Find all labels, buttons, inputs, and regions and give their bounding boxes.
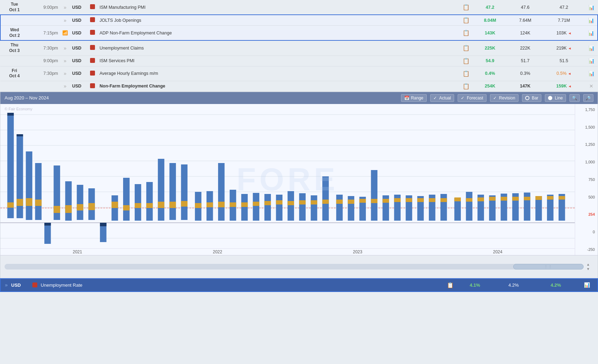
y-label-0: 0 [593,230,595,234]
svg-rect-21 [44,223,51,226]
time-cell: 7:30pm [28,66,60,81]
range-button[interactable]: 📅 Range [401,94,426,102]
svg-rect-17 [26,198,32,206]
svg-rect-67 [311,200,317,204]
actual-value: 47.2 [472,0,508,15]
date-cell [0,56,28,66]
currency-cell: USD [70,66,88,81]
svg-rect-25 [65,205,71,213]
svg-rect-45 [181,201,187,207]
svg-rect-23 [53,206,60,213]
date-cell [0,81,28,91]
svg-rect-65 [299,200,305,204]
svg-rect-49 [206,202,213,207]
scrollbar-thumb[interactable]: ⋮⋮ [513,264,584,269]
sound-icon: » [60,66,70,81]
time-cell [28,81,60,91]
line-button[interactable]: Line [545,94,566,102]
forecast-value: 222K [508,40,543,56]
bottom-chart-icon[interactable]: 📊 [580,282,593,288]
svg-rect-42 [170,163,176,220]
scrollbar-arrows[interactable]: ▲ ▼ [586,262,593,271]
table-row: FriOct 4 7:30pm » USD Average Hourly Ear… [0,66,598,81]
actual-value: 143K [472,26,508,41]
scroll-down-arrow[interactable]: ▼ [586,267,593,271]
clipboard-icon[interactable]: 📋 [460,15,472,26]
svg-rect-14 [17,134,23,136]
clipboard-icon[interactable]: 📋 [460,81,472,91]
zoom-button[interactable]: 🔎 [583,94,593,102]
clipboard-icon[interactable]: 📋 [460,66,472,81]
mini-chart-button[interactable]: 📊 [585,15,598,26]
scrollbar-grip: ⋮⋮ [544,265,553,268]
currency-cell: USD [70,26,88,41]
mini-chart-button[interactable]: 📊 [585,56,598,66]
svg-rect-29 [88,203,95,210]
bottom-forecast: 4.2% [496,282,531,288]
line-radio [548,96,552,100]
bar-button[interactable]: Bar [522,94,542,102]
time-cell: 9:00pm [28,56,60,66]
calendar-table: TueOct 1 9:00pm » USD ISM Manufacturing … [0,0,598,92]
svg-rect-18 [35,163,42,220]
chart-scrollbar[interactable]: ⋮⋮ ▲ ▼ [0,255,598,278]
svg-rect-101 [512,197,519,201]
x-label-2023: 2023 [353,249,362,254]
table-row: » USD JOLTS Job Openings 📋 8.04M 7.64M 7… [0,15,598,26]
svg-rect-43 [170,202,176,208]
svg-rect-38 [146,182,153,221]
actual-value: 254K [472,81,508,91]
x-label-2022: 2022 [213,249,222,254]
svg-rect-75 [360,199,366,203]
y-label-500: 500 [589,195,595,199]
wifi-icon: 📶 [60,26,70,41]
svg-rect-12 [7,202,14,208]
chart-area: © Fair Economy FORE [0,104,575,255]
event-name: Non-Farm Employment Change [97,81,460,91]
bottom-impact [32,282,37,287]
scrollbar-track[interactable]: ⋮⋮ [5,264,584,269]
clipboard-icon[interactable]: 📋 [460,0,472,15]
svg-rect-19 [35,200,42,206]
impact-icon [88,0,97,15]
chart-body: © Fair Economy FORE [0,104,598,255]
mini-chart-button[interactable]: 📊 [585,0,598,15]
clipboard-icon[interactable]: 📋 [460,56,472,66]
sound-icon: » [60,81,70,91]
event-name: ISM Manufacturing PMI [97,0,460,15]
svg-rect-31 [100,223,106,226]
y-label-1750: 1,750 [585,108,595,112]
bottom-arrow: » [5,282,8,288]
actual-button[interactable]: Actual [430,94,454,102]
search-icon-button[interactable]: 🔍 [570,94,580,102]
bottom-clipboard[interactable]: 📋 [447,282,454,288]
svg-rect-89 [440,198,447,202]
x-label-2024: 2024 [493,249,503,254]
svg-rect-81 [394,198,400,202]
mini-chart-button[interactable]: 📊 [585,26,598,41]
forecast-button[interactable]: Forecast [458,94,486,102]
clipboard-icon[interactable]: 📋 [460,26,472,41]
actual-value: 0.4% [472,66,508,81]
svg-rect-36 [135,184,141,221]
mini-chart-button[interactable]: ✕ [585,81,598,91]
scroll-up-arrow[interactable]: ▲ [586,262,593,266]
date-cell: ThuOct 3 [0,40,28,56]
svg-rect-53 [230,202,236,207]
svg-rect-107 [547,196,553,200]
svg-rect-27 [77,204,83,210]
time-cell: 7:30pm [28,40,60,56]
chart-date-range: Aug 2020 – Nov 2024 [5,95,49,100]
svg-rect-50 [218,163,224,221]
table-row: 9:00pm » USD ISM Services PMI 📋 54.9 51.… [0,56,598,66]
svg-rect-64 [299,193,305,221]
previous-value: 51.5 [543,56,585,66]
clipboard-icon[interactable]: 📋 [460,40,472,56]
table-row: » USD Non-Farm Employment Change 📋 254K … [0,81,598,91]
svg-rect-103 [524,197,530,200]
mini-chart-button[interactable]: 📊 [585,40,598,56]
mini-chart-button[interactable]: 📊 [585,66,598,81]
forecast-value: 0.3% [508,66,543,81]
revision-button[interactable]: Revision [490,94,519,102]
svg-rect-57 [253,202,259,206]
